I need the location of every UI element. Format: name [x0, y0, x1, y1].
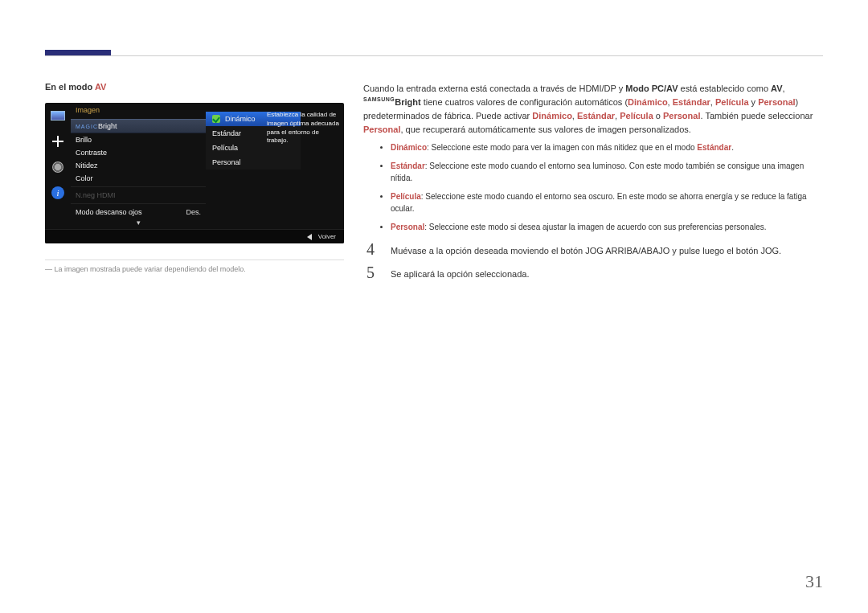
osd-item-magicbright[interactable]: MAGICBright: [71, 119, 206, 133]
step-4: 4 Muévase a la opción deseada moviendo e…: [363, 241, 823, 258]
osd-item-nitidez[interactable]: Nitidez: [71, 159, 206, 172]
mode-title-suffix: AV: [95, 82, 106, 92]
step-4-text: Muévase a la opción deseada moviendo el …: [391, 241, 781, 258]
info-tab-icon[interactable]: i: [45, 180, 71, 206]
mode-pelicula: Película: Seleccione este modo cuando el…: [391, 190, 823, 215]
image-disclaimer: La imagen mostrada puede variar dependie…: [45, 260, 344, 273]
mode-personal: Personal: Seleccione este modo si desea …: [391, 221, 823, 233]
osd-sidebar: i: [45, 103, 71, 229]
osd-item-nneg: N.neg HDMI: [71, 189, 206, 202]
check-icon: [212, 115, 220, 123]
osd-item-brillo[interactable]: Brillo: [71, 133, 206, 146]
osd-panel: i Imagen MAGICBright Brillo Contraste Ni…: [45, 103, 344, 243]
osd-main-list: Imagen MAGICBright Brillo Contraste Niti…: [71, 103, 206, 229]
position-tab-icon[interactable]: [45, 129, 71, 154]
step-5-text: Se aplicará la opción seleccionada.: [391, 264, 529, 281]
submenu-personal[interactable]: Personal: [206, 155, 301, 170]
picture-tab-icon[interactable]: [45, 103, 71, 129]
step-5: 5 Se aplicará la opción seleccionada.: [363, 264, 823, 281]
scroll-down-icon[interactable]: ▾: [71, 219, 206, 228]
header-rule: [45, 55, 823, 56]
osd-back-label: Volver: [318, 233, 336, 240]
step-5-number: 5: [363, 264, 378, 280]
back-arrow-icon[interactable]: [307, 234, 312, 240]
magic-sub-label: MAGIC: [76, 124, 98, 129]
left-column: En el modo AV i Imagen MAGICBright Brill…: [45, 82, 344, 286]
intro-paragraph: Cuando la entrada externa está conectada…: [363, 82, 823, 137]
osd-item-eye[interactable]: Modo descanso ojos Des.: [71, 206, 206, 219]
osd-item-color[interactable]: Color: [71, 172, 206, 185]
osd-item-contraste[interactable]: Contraste: [71, 146, 206, 159]
osd-description: Establezca la calidad de imagen óptima a…: [267, 111, 339, 145]
page-number: 31: [805, 571, 823, 592]
mode-title: En el modo AV: [45, 82, 344, 92]
magic-bright-label: Bright: [98, 122, 117, 130]
settings-tab-icon[interactable]: [45, 154, 71, 180]
mode-dinamico: Dinámico: Seleccione este modo para ver …: [391, 141, 823, 153]
osd-section-title: Imagen: [71, 103, 206, 119]
modes-list: Dinámico: Seleccione este modo para ver …: [391, 141, 823, 233]
step-4-number: 4: [363, 241, 378, 257]
osd-eye-value: Des.: [186, 208, 201, 216]
mode-title-prefix: En el modo: [45, 82, 95, 92]
content-area: En el modo AV i Imagen MAGICBright Brill…: [45, 82, 823, 286]
right-column: Cuando la entrada externa está conectada…: [363, 82, 823, 286]
osd-footer: Volver: [45, 229, 344, 243]
mode-estandar: Estándar: Seleccione este modo cuando el…: [391, 160, 823, 184]
